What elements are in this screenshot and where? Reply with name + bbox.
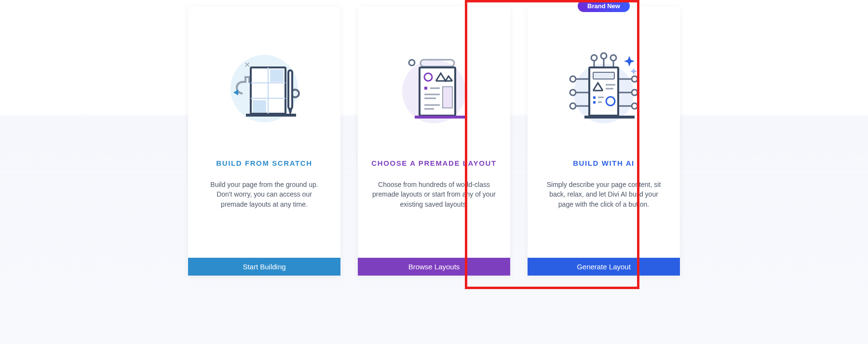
svg-text:✕: ✕ [244,61,250,69]
browse-layouts-button[interactable]: Browse Layouts [358,258,510,276]
card-build-with-ai[interactable]: Brand New [528,7,680,276]
svg-point-43 [601,53,607,59]
svg-rect-51 [593,96,596,99]
svg-point-39 [632,103,637,109]
ai-illustration [556,40,652,137]
svg-rect-56 [584,116,635,119]
svg-rect-10 [288,70,292,109]
svg-point-41 [591,55,597,61]
svg-rect-19 [424,87,427,90]
svg-point-37 [632,90,637,95]
card-title: BUILD FROM SCRATCH [216,159,312,167]
card-title: CHOOSE A PREMADE LAYOUT [371,159,496,167]
card-title: BUILD WITH AI [573,159,635,167]
svg-rect-47 [593,72,614,79]
card-description: Simply describe your page content, sit b… [539,180,668,209]
svg-point-14 [409,60,415,66]
svg-point-45 [610,55,616,61]
page-background: ✕ BUILD FROM SCRATCH Build your page fro… [0,0,868,344]
svg-rect-8 [270,69,284,82]
scratch-illustration: ✕ [216,40,312,137]
svg-rect-52 [593,101,596,104]
svg-rect-26 [415,116,465,119]
card-description: Build your page from the ground up. Don'… [200,180,329,209]
option-cards-row: ✕ BUILD FROM SCRATCH Build your page fro… [0,7,868,276]
card-build-from-scratch[interactable]: ✕ BUILD FROM SCRATCH Build your page fro… [188,7,340,276]
card-premade-layout[interactable]: CHOOSE A PREMADE LAYOUT Choose from hund… [358,7,510,276]
card-description: Choose from hundreds of world-class prem… [369,180,499,209]
svg-point-31 [570,90,576,95]
svg-point-33 [570,103,576,109]
svg-point-35 [632,76,637,82]
svg-rect-23 [443,87,452,108]
svg-rect-12 [246,114,296,117]
generate-layout-button[interactable]: Generate Layout [528,258,680,276]
brand-new-badge: Brand New [578,0,630,12]
start-building-button[interactable]: Start Building [188,258,340,276]
svg-point-29 [570,76,576,82]
premade-illustration [386,40,482,137]
svg-rect-9 [253,100,266,113]
